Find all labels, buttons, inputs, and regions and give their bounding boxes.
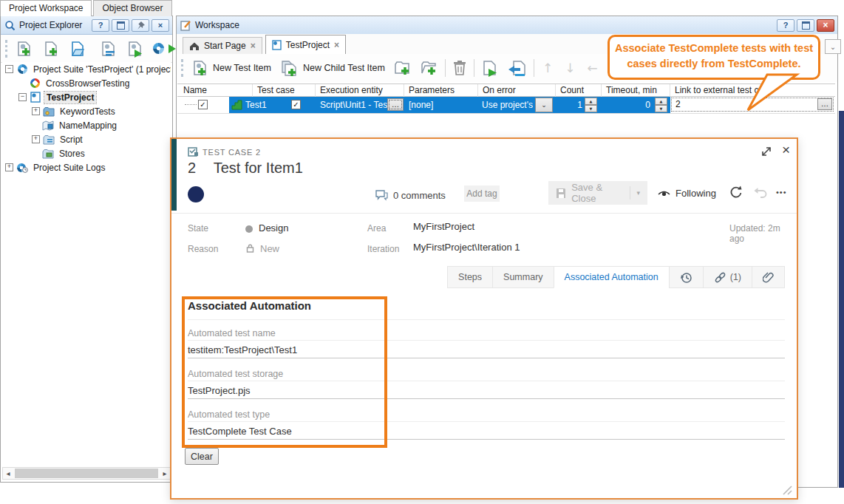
tab-links[interactable]: (1)	[703, 266, 752, 288]
more-options-icon[interactable]: •••	[776, 188, 787, 197]
col-header-execution-entity[interactable]: Execution entity	[316, 84, 404, 97]
tree-item-testproject[interactable]: − TestProject	[2, 90, 171, 104]
toolbar-drag-handle[interactable]	[181, 59, 183, 77]
cell-count[interactable]: 1	[557, 97, 582, 113]
expander-icon[interactable]: −	[5, 65, 13, 73]
tree-item-keywordtests[interactable]: + KeywordTests	[2, 104, 171, 118]
undo-icon[interactable]	[754, 187, 768, 202]
run-selected-button[interactable]	[479, 58, 501, 78]
resize-grip[interactable]	[782, 485, 792, 497]
toolbar-overflow-button[interactable]: ⌄	[825, 39, 841, 54]
close-tab-icon[interactable]: ×	[334, 40, 339, 50]
work-item-title-text[interactable]: Test for Item1	[214, 160, 303, 176]
cell-name[interactable]: Test1	[245, 97, 267, 113]
automated-test-name-value[interactable]: testitem:TestProject\Test1	[188, 344, 297, 355]
col-header-count[interactable]: Count	[556, 84, 602, 97]
tree-item-namemapping[interactable]: NameMapping	[2, 118, 171, 132]
explorer-horizontal-scrollbar[interactable]: ◂ ▸	[2, 467, 171, 480]
automated-test-storage-value[interactable]: TestProject.pjs	[188, 385, 251, 396]
tab-project-workspace[interactable]: Project Workspace	[0, 0, 92, 16]
on-error-dropdown-button[interactable]: ⌄	[535, 98, 553, 112]
new-group-button[interactable]	[392, 58, 414, 78]
cell-timeout[interactable]: 0	[605, 97, 650, 113]
clear-button[interactable]: Clear	[185, 448, 219, 465]
state-value[interactable]: Design	[259, 222, 288, 234]
scroll-left-icon[interactable]: ◂	[3, 469, 13, 477]
move-left-button[interactable]: ←	[583, 62, 601, 75]
tab-object-browser[interactable]: Object Browser	[93, 0, 171, 16]
close-tab-icon[interactable]: ×	[251, 41, 256, 51]
move-down-button[interactable]: ↓	[561, 62, 579, 75]
expand-dialog-icon[interactable]	[760, 145, 773, 160]
area-value[interactable]: MyFirstProject	[413, 221, 474, 232]
link-browse-button[interactable]: …	[817, 98, 832, 110]
explorer-pin-button[interactable]	[132, 19, 149, 32]
open-file-button[interactable]	[67, 38, 89, 59]
row-enabled-checkbox[interactable]: ✓	[198, 100, 208, 109]
tree-item-script[interactable]: + Script	[2, 132, 171, 146]
workspace-close-button[interactable]: ×	[817, 19, 834, 32]
go-to-source-button[interactable]	[506, 58, 529, 78]
scroll-right-icon[interactable]: ▸	[160, 469, 170, 477]
tab-summary[interactable]: Summary	[492, 266, 554, 288]
col-header-test-case[interactable]: Test case	[253, 84, 316, 97]
tab-associated-automation[interactable]: Associated Automation	[554, 266, 670, 288]
run-project-button[interactable]	[124, 38, 146, 59]
col-header-timeout[interactable]: Timeout, min	[602, 84, 670, 97]
comments-button[interactable]: 0 comments	[375, 190, 446, 201]
cell-parameters[interactable]: [none]	[409, 97, 433, 113]
following-button[interactable]: Following	[658, 188, 716, 199]
test-case-checkbox[interactable]: ✓	[291, 100, 301, 109]
count-spinner[interactable]: ▲ ▼	[585, 98, 597, 112]
tab-steps[interactable]: Steps	[447, 266, 493, 288]
close-dialog-icon[interactable]: ×	[782, 142, 790, 158]
timeout-spinner[interactable]: ▲ ▼	[655, 98, 667, 112]
col-header-on-error[interactable]: On error	[478, 84, 556, 97]
tab-attachments[interactable]	[752, 266, 785, 288]
expander-icon[interactable]: −	[18, 93, 27, 101]
expander-icon[interactable]: +	[32, 135, 40, 143]
state-label: State	[188, 223, 208, 234]
add-project-suite-button[interactable]	[13, 38, 35, 59]
automated-test-type-value[interactable]: TestComplete Test Case	[188, 426, 292, 437]
execution-entity-browse-button[interactable]: …	[387, 98, 404, 111]
spin-up-icon[interactable]: ▲	[585, 98, 597, 105]
tab-history[interactable]	[669, 266, 704, 288]
spin-down-icon[interactable]: ▼	[655, 105, 667, 112]
cell-execution-entity[interactable]: Script\Unit1 - Test1	[320, 97, 395, 113]
expander-icon[interactable]: +	[5, 163, 13, 171]
col-header-parameters[interactable]: Parameters	[404, 84, 478, 97]
new-child-test-item-button[interactable]: New Child Test Item	[278, 58, 387, 78]
workspace-restore-button[interactable]	[797, 19, 814, 32]
add-item-button[interactable]	[40, 38, 62, 59]
assignee-avatar[interactable]	[188, 186, 204, 202]
toolbar-drag-handle[interactable]	[5, 40, 7, 58]
move-up-button[interactable]: ↑	[539, 62, 557, 75]
scrollbar-thumb[interactable]	[15, 469, 158, 478]
spin-up-icon[interactable]: ▲	[655, 98, 667, 105]
refresh-icon[interactable]	[729, 185, 743, 202]
save-dropdown-caret[interactable]: ▾	[636, 189, 640, 197]
organize-items-button[interactable]	[98, 38, 120, 59]
explorer-help-button[interactable]: ?	[92, 19, 109, 32]
new-test-item-button[interactable]: New Test Item	[189, 58, 273, 78]
test-item-row[interactable]: ✓ Test1 ✓ Script\Unit1 - Test1 … [none] …	[177, 97, 835, 114]
explorer-restore-button[interactable]	[112, 19, 129, 32]
workspace-help-button[interactable]: ?	[777, 19, 794, 32]
tab-start-page[interactable]: Start Page ×	[183, 37, 262, 54]
tree-item-project-suite-logs[interactable]: + Project Suite Logs	[2, 160, 171, 174]
delete-button[interactable]	[450, 58, 469, 78]
tab-testproject[interactable]: TestProject ×	[265, 35, 346, 54]
cell-on-error[interactable]: Use project's 'On e...	[482, 97, 534, 113]
iteration-value[interactable]: MyFirstProject\Iteration 1	[413, 242, 520, 253]
tree-item-crossbrowsertesting[interactable]: CrossBrowserTesting	[2, 76, 171, 90]
col-header-name[interactable]: Name	[179, 84, 253, 97]
tree-item-stores[interactable]: Stores	[2, 146, 171, 160]
tree-item-project-suite[interactable]: − Project Suite 'TestProject' (1 project…	[2, 62, 171, 76]
spin-down-icon[interactable]: ▼	[585, 105, 597, 112]
add-tag-button[interactable]: Add tag	[464, 185, 500, 202]
add-to-group-button[interactable]	[418, 58, 440, 78]
explorer-close-button[interactable]: ×	[152, 19, 169, 32]
save-and-close-button[interactable]: Save & Close ▾	[548, 181, 647, 205]
expander-icon[interactable]: +	[32, 107, 40, 115]
